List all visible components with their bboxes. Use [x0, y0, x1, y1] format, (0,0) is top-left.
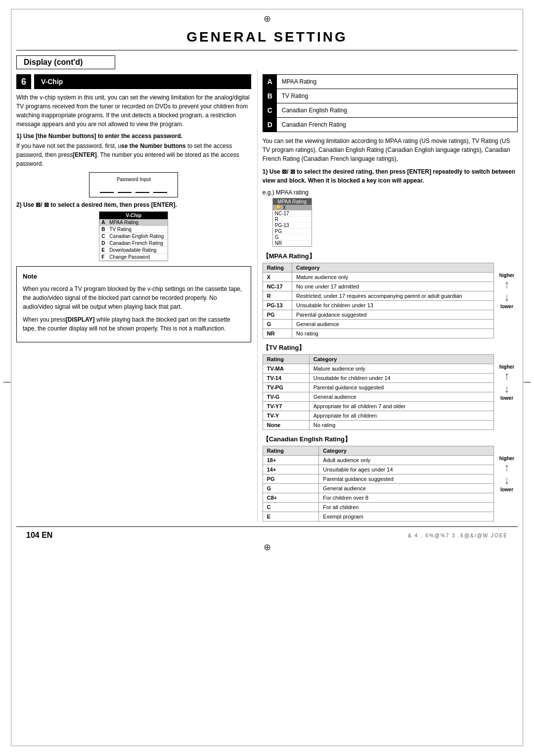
abcd-list: A MPAA Rating B TV Rating C Canadian Eng…	[263, 74, 518, 132]
vchip-letter-b: B	[101, 227, 107, 232]
mpaa-item-r: R	[273, 217, 312, 223]
table-row: 14+ Unsuitable for ages under 14	[263, 465, 493, 474]
dash-4	[153, 184, 167, 193]
password-label: Password Input	[95, 177, 172, 182]
step6-body: With the v-chip system in this unit, you…	[16, 93, 251, 129]
mpaa-arrow-higher: higher	[499, 273, 515, 278]
tv-cat-g: General audience	[309, 392, 493, 402]
table-row: NR No rating	[263, 329, 493, 338]
mpaa-rating-nc17: NC-17	[263, 282, 292, 291]
mpaa-col-rating: Rating	[263, 263, 292, 273]
tv-cat-ma: Mature audience only	[309, 364, 493, 374]
mpaa-small-menu: MPAA Rating 🔑X NC-17 R PG-13 PG G NR	[272, 198, 312, 247]
mpaa-rating-r: R	[263, 291, 292, 301]
can-eng-col-category: Category	[319, 446, 494, 456]
can-eng-rating-title: 【Canadian English Rating】	[263, 435, 518, 444]
can-eng-cat-pg: Parental guidance suggested	[319, 474, 494, 484]
table-row: TV-14 Unsuitable for children under 14	[263, 374, 493, 383]
can-eng-cat-14: Unsuitable for ages under 14	[319, 465, 494, 474]
vchip-letter-a: A	[101, 220, 107, 225]
abcd-text-c: Canadian English Rating	[277, 105, 352, 116]
mpaa-arrow-down-icon: ↓	[504, 291, 509, 304]
vchip-label-b: TV Rating	[109, 227, 131, 232]
table-row: C8+ For children over 8	[263, 493, 493, 503]
mpaa-arrow-up-icon: ↑	[504, 278, 509, 291]
abcd-item-c: C Canadian English Rating	[263, 103, 518, 118]
vchip-label-c: Canadian English Rating	[109, 234, 164, 239]
mpaa-cat-pg: Parental guidance suggested	[292, 310, 493, 320]
right-column: A MPAA Rating B TV Rating C Canadian Eng…	[257, 69, 518, 521]
tv-table-wrap: Rating Category TV-MA Mature audience on…	[263, 354, 518, 430]
abcd-item-b: B TV Rating	[263, 89, 518, 103]
can-eng-rating-18: 18+	[263, 456, 319, 465]
tv-rating-y7: TV-Y7	[263, 402, 309, 411]
password-dashes	[95, 184, 172, 193]
mpaa-table-wrap: Rating Category X Mature audience only N…	[263, 263, 518, 338]
table-row: TV-PG Parental guidance suggested	[263, 383, 493, 392]
bottom-mark: ⊕	[11, 540, 523, 555]
can-eng-cat-18: Adult audience only	[319, 456, 494, 465]
mpaa-rating-section: 【MPAA Rating】 Rating Category X	[263, 252, 518, 338]
tv-rating-none: None	[263, 421, 309, 430]
vchip-item-d: D Canadian French Rating	[99, 240, 168, 247]
sub-step-1-body: If you have not set the password, first,…	[16, 142, 251, 168]
vchip-item-b: B TV Rating	[99, 226, 168, 233]
abcd-item-d: D Canadian French Rating	[263, 117, 518, 132]
note-body-1: When you record a TV program blocked by …	[23, 284, 245, 311]
abcd-text-b: TV Rating	[277, 91, 313, 101]
vchip-menu: V-Chip A MPAA Rating B TV Rating C Canad…	[99, 211, 168, 261]
vchip-label-a: MPAA Rating	[109, 220, 138, 225]
side-mark-left: —	[3, 378, 10, 385]
page-title: GENERAL SETTING	[16, 26, 518, 50]
vchip-label-d: Canadian French Rating	[109, 240, 163, 246]
tv-cat-14: Unsuitable for children under 14	[309, 374, 493, 383]
step-number: 6	[16, 74, 31, 89]
eg-label: e.g.) MPAA rating	[263, 189, 518, 196]
page-footer: 104 EN & 4 , 6%@%7 3 ,6@&/@W JOEE	[16, 526, 518, 540]
table-row: R Restricted; under 17 requires accompan…	[263, 291, 493, 301]
can-eng-arrow-higher: higher	[499, 456, 515, 461]
can-eng-rating-c: C	[263, 503, 319, 512]
step1-instruction: 1) Use ⊠/ ⊠ to select the desired rating…	[263, 167, 518, 185]
mpaa-rating-nr: NR	[263, 329, 292, 338]
mpaa-cat-nc17: No one under 17 admitted	[292, 282, 493, 291]
table-row: 18+ Adult audience only	[263, 456, 493, 465]
vchip-letter-e: E	[101, 247, 107, 253]
mpaa-rating-title: 【MPAA Rating】	[263, 252, 518, 261]
table-row: PG-13 Unsuitable for children under 13	[263, 301, 493, 310]
table-row: G General audience	[263, 484, 493, 493]
vchip-letter-f: F	[101, 254, 107, 260]
can-eng-rating-pg: PG	[263, 474, 319, 484]
tv-col-category: Category	[309, 355, 493, 364]
vchip-item-f: F Change Password	[99, 254, 168, 261]
can-eng-rating-section: 【Canadian English Rating】 Rating Categor…	[263, 435, 518, 521]
table-row: C For all children	[263, 503, 493, 512]
vchip-label-e: Downloadable Rating	[109, 247, 156, 253]
mpaa-item-pg13: PG-13	[273, 223, 312, 229]
can-eng-arrow-down-icon: ↓	[504, 474, 509, 487]
can-eng-rating-14: 14+	[263, 465, 319, 474]
tv-cat-y: Appropriate for all children	[309, 411, 493, 421]
page-border: ⊕ — — GENERAL SETTING Display (cont'd) 6…	[11, 9, 523, 746]
right-desc: You can set the viewing limitation accor…	[263, 137, 518, 163]
password-input-box: Password Input	[89, 172, 178, 197]
vchip-letter-d: D	[101, 240, 107, 246]
step6-header: 6 V-Chip	[16, 74, 251, 89]
table-row: TV-MA Mature audience only	[263, 364, 493, 374]
mpaa-rating-g: G	[263, 320, 292, 329]
mpaa-check-x: 🔑	[275, 205, 281, 210]
page-number: 104 EN	[26, 531, 52, 540]
mpaa-item-pg: PG	[273, 229, 312, 235]
sub-step-2-title: 2) Use ⊠/ ⊠ to select a desired item, th…	[16, 201, 251, 208]
table-row: None No rating	[263, 421, 493, 430]
mpaa-cat-g: General audience	[292, 320, 493, 329]
dash-1	[100, 184, 114, 193]
mpaa-cat-r: Restricted; under 17 requires accompanyi…	[292, 291, 493, 301]
mpaa-cat-x: Mature audience only	[292, 273, 493, 282]
can-eng-arrow-up-icon: ↑	[504, 461, 509, 474]
tv-rating-g: TV-G	[263, 392, 309, 402]
mpaa-arrow-lower: lower	[500, 304, 513, 309]
mpaa-arrow-col: higher ↑ ↓ lower	[496, 263, 518, 309]
can-eng-rating-e: E	[263, 512, 319, 521]
vchip-label-f: Change Password	[109, 254, 150, 260]
